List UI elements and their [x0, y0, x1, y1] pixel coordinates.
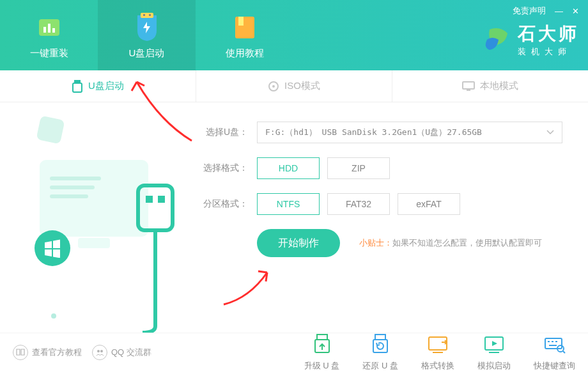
brand: 石大师 装机大师	[483, 22, 579, 58]
brand-name: 石大师	[518, 22, 579, 46]
usb-shield-icon	[132, 12, 162, 42]
tab-reinstall[interactable]: 一键重装	[0, 0, 98, 70]
convert-icon	[426, 333, 449, 356]
partition-fat32-option[interactable]: FAT32	[327, 193, 390, 215]
tool-restore-usb[interactable]: 还原 U 盘	[362, 333, 398, 372]
brand-logo-icon	[483, 26, 511, 54]
tab-usb-label: U盘启动	[129, 47, 165, 59]
footer: 查看官方教程 QQ 交流群 升级 U 盘 还原 U 盘 格式转换 模拟启动 快捷…	[0, 333, 588, 371]
chevron-down-icon	[546, 130, 554, 135]
people-icon	[92, 345, 107, 360]
tip-text: 小贴士：如果不知道怎么配置，使用默认配置即可	[359, 237, 542, 249]
svg-rect-2	[48, 24, 50, 33]
svg-rect-21	[146, 196, 153, 203]
subtab-local-label: 本地模式	[480, 80, 518, 92]
svg-rect-13	[463, 82, 474, 89]
header: 一键重装 U盘启动 使用教程 免责声明 — ✕ 石大师 装机大师	[0, 0, 588, 70]
svg-rect-10	[73, 83, 82, 92]
svg-rect-27	[375, 335, 385, 340]
keyboard-search-icon	[543, 333, 566, 356]
monitor-icon	[462, 81, 475, 91]
svg-rect-18	[50, 194, 88, 198]
tool-upgrade-usb[interactable]: 升级 U 盘	[304, 333, 340, 372]
svg-rect-8	[238, 17, 244, 26]
format-hdd-option[interactable]: HDD	[257, 157, 320, 179]
start-button[interactable]: 开始制作	[257, 229, 340, 257]
subtab-iso[interactable]: ISO模式	[196, 70, 392, 102]
svg-rect-14	[467, 90, 470, 91]
select-disk-label: 选择U盘：	[198, 127, 248, 138]
tool-format-convert[interactable]: 格式转换	[421, 333, 454, 372]
bar-chart-icon	[34, 12, 65, 42]
brand-sub: 装机大师	[518, 46, 579, 58]
svg-rect-7	[235, 17, 254, 38]
minimize-button[interactable]: —	[555, 6, 563, 16]
svg-rect-5	[143, 14, 145, 16]
book-open-icon	[13, 345, 28, 360]
tool-simulate-boot[interactable]: 模拟启动	[477, 333, 511, 372]
svg-rect-3	[52, 28, 55, 33]
svg-point-23	[97, 350, 100, 352]
svg-rect-4	[141, 13, 153, 18]
partition-exfat-option[interactable]: exFAT	[398, 193, 460, 215]
illustration	[0, 102, 192, 333]
disclaimer-link[interactable]: 免责声明	[513, 5, 546, 17]
select-format-label: 选择格式：	[198, 162, 248, 174]
partition-ntfs-option[interactable]: NTFS	[257, 193, 320, 215]
svg-point-24	[100, 350, 103, 352]
usb-restore-icon	[369, 333, 392, 356]
svg-line-37	[563, 351, 565, 353]
svg-rect-1	[43, 27, 46, 33]
book-icon	[229, 12, 260, 42]
usb-icon	[72, 80, 83, 93]
svg-rect-20	[138, 186, 173, 230]
close-button[interactable]: ✕	[572, 6, 579, 16]
tool-shortcut-lookup[interactable]: 快捷键查询	[534, 333, 575, 372]
svg-rect-25	[317, 335, 327, 340]
svg-rect-22	[158, 196, 165, 203]
usb-plug-icon	[128, 179, 185, 333]
official-tutorial-link[interactable]: 查看官方教程	[13, 345, 82, 360]
partition-label: 分区格式：	[198, 198, 248, 210]
subtab-usb[interactable]: U盘启动	[0, 70, 196, 102]
svg-rect-16	[50, 177, 101, 180]
disc-icon	[268, 81, 279, 92]
svg-rect-31	[545, 338, 562, 349]
form-area: 选择U盘： F:G:（hd1） USB SanDisk 3.2Gen1（U盘）2…	[192, 102, 588, 333]
tab-tutorial[interactable]: 使用教程	[196, 0, 293, 70]
tab-reinstall-label: 一键重装	[30, 47, 68, 59]
usb-up-icon	[311, 333, 334, 356]
qq-group-link[interactable]: QQ 交流群	[92, 345, 151, 360]
subtab-local[interactable]: 本地模式	[392, 70, 588, 102]
format-zip-option[interactable]: ZIP	[327, 157, 390, 179]
svg-point-12	[272, 85, 275, 88]
select-disk-value: F:G:（hd1） USB SanDisk 3.2Gen1（U盘）27.65GB	[265, 127, 482, 138]
select-disk-dropdown[interactable]: F:G:（hd1） USB SanDisk 3.2Gen1（U盘）27.65GB	[257, 122, 562, 143]
tab-usb-boot[interactable]: U盘启动	[98, 0, 196, 70]
subtab-usb-label: U盘启动	[88, 80, 124, 92]
svg-rect-29	[429, 337, 447, 350]
subtab-iso-label: ISO模式	[284, 80, 320, 92]
svg-rect-19	[78, 238, 110, 248]
tab-tutorial-label: 使用教程	[226, 47, 264, 59]
svg-rect-17	[50, 186, 95, 189]
svg-rect-6	[149, 14, 151, 16]
subtabs: U盘启动 ISO模式 本地模式	[0, 70, 588, 102]
simulate-icon	[483, 333, 506, 356]
svg-rect-28	[373, 340, 387, 352]
windows-logo-icon	[35, 230, 70, 266]
